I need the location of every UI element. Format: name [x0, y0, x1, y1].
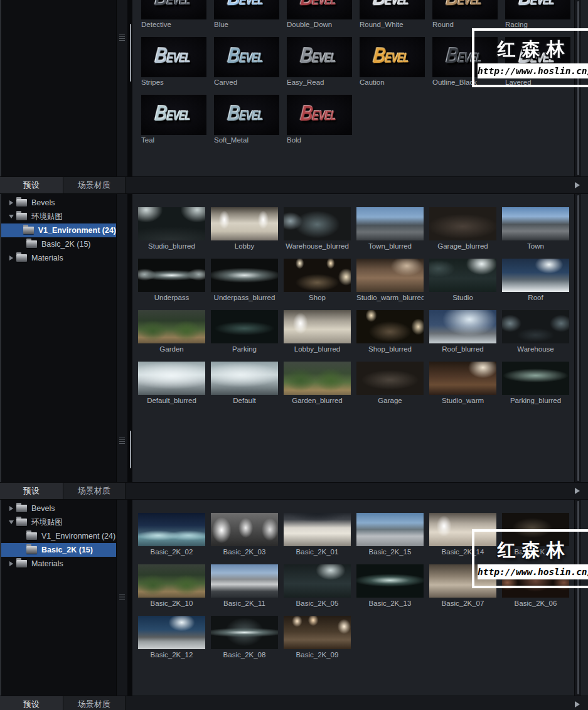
- tabbar-overflow-button[interactable]: [569, 483, 585, 499]
- asset-item-carved[interactable]: BEVELCarved: [214, 37, 279, 86]
- expand-down-arrow-icon[interactable]: [6, 520, 16, 524]
- asset-label: Garage: [356, 397, 424, 404]
- asset-label: Default_blurred: [138, 397, 205, 404]
- tree-scrollbar-track[interactable]: [127, 0, 132, 176]
- asset-browser-window: BEVELDetectiveBEVELBlueBEVELDouble_DownB…: [0, 0, 588, 710]
- asset-item-lobby[interactable]: Lobby: [211, 207, 278, 250]
- asset-item-town[interactable]: Town: [502, 207, 569, 250]
- asset-item-easy-read[interactable]: BEVELEasy_Read: [287, 37, 352, 86]
- asset-item-roof-blurred[interactable]: Roof_blurred: [429, 310, 496, 353]
- tabbar-overflow-button[interactable]: [569, 696, 585, 710]
- asset-item-garage[interactable]: Garage: [356, 362, 424, 404]
- asset-thumbnail: [284, 616, 351, 649]
- asset-item-basic-2k-03[interactable]: Basic_2K_03: [211, 513, 278, 556]
- asset-item-basic-2k-10[interactable]: Basic_2K_10: [138, 564, 205, 607]
- asset-item-basic-2k-13[interactable]: Basic_2K_13: [356, 564, 424, 607]
- asset-item-detective[interactable]: BEVELDetective: [141, 0, 206, 28]
- asset-item-roof[interactable]: Roof: [502, 259, 569, 301]
- asset-label: Underpass_blurred: [211, 294, 278, 301]
- asset-item-garage-blurred[interactable]: Garage_blurred: [429, 207, 496, 250]
- splitter-grip-icon[interactable]: [119, 594, 125, 602]
- asset-item-studio-warm-blurred[interactable]: Studio_warm_blurred: [356, 259, 424, 301]
- tree-scrollbar-thumb[interactable]: [130, 431, 131, 468]
- grid-scrollbar-track[interactable]: [574, 194, 581, 482]
- tab-scene-materials[interactable]: 场景材质: [63, 696, 126, 710]
- asset-item-garden[interactable]: Garden: [138, 310, 205, 353]
- asset-item-basic-2k-01[interactable]: Basic_2K_01: [284, 513, 351, 556]
- tree-scrollbar-thumb[interactable]: [130, 24, 131, 82]
- asset-item-caution[interactable]: BEVELCaution: [360, 37, 425, 86]
- tree-item-环境贴图[interactable]: 环境贴图: [1, 210, 116, 223]
- panel-splitter[interactable]: [116, 194, 127, 482]
- asset-item-underpass[interactable]: Underpass: [138, 259, 205, 301]
- panel-tabbar: 预设 场景材质: [0, 482, 588, 500]
- tree-item-basic-2k-15[interactable]: Basic_2K (15): [1, 543, 116, 557]
- asset-item-basic-2k-02[interactable]: Basic_2K_02: [138, 513, 205, 556]
- asset-item-basic-2k-05[interactable]: Basic_2K_05: [284, 564, 351, 607]
- asset-thumbnail: [211, 362, 278, 395]
- asset-item-parking-blurred[interactable]: Parking_blurred: [502, 362, 569, 404]
- grid-scrollbar-thumb[interactable]: [577, 195, 579, 481]
- grid-scrollbar-thumb[interactable]: [577, 1, 579, 175]
- asset-item-soft-metal[interactable]: BEVELSoft_Metal: [214, 95, 279, 144]
- expand-right-arrow-icon[interactable]: [6, 506, 16, 511]
- expand-down-arrow-icon[interactable]: [6, 215, 16, 218]
- bevel-preview-text: BEVEL: [287, 37, 350, 77]
- tree-item-basic-2k-15[interactable]: Basic_2K (15): [1, 237, 116, 251]
- asset-item-studio-blurred[interactable]: Studio_blurred: [138, 207, 205, 250]
- asset-item-racing[interactable]: BEVELRacing: [505, 0, 570, 28]
- asset-item-lobby-blurred[interactable]: Lobby_blurred: [284, 310, 351, 353]
- asset-thumbnail: BEVEL: [287, 95, 352, 135]
- tree-scrollbar-track[interactable]: [127, 500, 132, 696]
- asset-item-default-blurred[interactable]: Default_blurred: [138, 362, 205, 404]
- asset-item-shop-blurred[interactable]: Shop_blurred: [356, 310, 424, 353]
- asset-item-town-blurred[interactable]: Town_blurred: [356, 207, 424, 250]
- asset-item-basic-2k-12[interactable]: Basic_2K_12: [138, 616, 205, 659]
- bevel-preview-text: BEVEL: [287, 95, 350, 135]
- tab-presets[interactable]: 预设: [0, 177, 63, 193]
- tree-item-bevels[interactable]: Bevels: [1, 502, 116, 515]
- expand-right-arrow-icon[interactable]: [6, 200, 16, 205]
- asset-item-basic-2k-09[interactable]: Basic_2K_09: [284, 616, 351, 659]
- tree-item-materials[interactable]: Materials: [1, 251, 116, 265]
- asset-item-basic-2k-15[interactable]: Basic_2K_15: [356, 513, 424, 556]
- splitter-grip-icon[interactable]: [119, 35, 125, 43]
- asset-item-round[interactable]: BEVELRound: [432, 0, 498, 28]
- asset-item-double-down[interactable]: BEVELDouble_Down: [287, 0, 352, 28]
- tree-item-v1-environment-24[interactable]: V1_Environment (24): [1, 529, 116, 543]
- asset-item-studio[interactable]: Studio: [429, 259, 496, 301]
- asset-item-blue[interactable]: BEVELBlue: [214, 0, 279, 28]
- asset-item-basic-2k-08[interactable]: Basic_2K_08: [211, 616, 278, 659]
- tree-item-环境贴图[interactable]: 环境贴图: [1, 515, 116, 529]
- tree-item-bevels[interactable]: Bevels: [1, 196, 116, 210]
- tab-scene-materials[interactable]: 场景材质: [63, 483, 126, 499]
- asset-item-warehouse-blurred[interactable]: Warehouse_blurred: [284, 207, 351, 250]
- asset-label: Round_White: [360, 21, 425, 28]
- asset-item-warehouse[interactable]: Warehouse: [502, 310, 569, 353]
- asset-item-shop[interactable]: Shop: [284, 259, 351, 301]
- asset-item-stripes[interactable]: BEVELStripes: [141, 37, 206, 86]
- asset-item-garden-blurred[interactable]: Garden_blurred: [284, 362, 351, 404]
- panel-splitter[interactable]: [116, 0, 127, 176]
- asset-item-bold[interactable]: BEVELBold: [287, 95, 352, 144]
- tree-scrollbar-track[interactable]: [127, 194, 132, 482]
- asset-item-default[interactable]: Default: [211, 362, 278, 404]
- asset-item-underpass-blurred[interactable]: Underpass_blurred: [211, 259, 278, 301]
- splitter-grip-icon[interactable]: [119, 438, 125, 446]
- asset-item-round-white[interactable]: BEVELRound_White: [360, 0, 425, 28]
- asset-item-parking[interactable]: Parking: [211, 310, 278, 353]
- asset-item-teal[interactable]: BEVELTeal: [141, 95, 206, 144]
- asset-thumbnail: [138, 362, 205, 395]
- tree-item-v1-environment-24[interactable]: V1_Environment (24): [1, 223, 116, 237]
- tab-scene-materials[interactable]: 场景材质: [63, 177, 126, 193]
- expand-right-arrow-icon[interactable]: [6, 561, 16, 566]
- asset-item-basic-2k-11[interactable]: Basic_2K_11: [211, 564, 278, 607]
- asset-item-studio-warm[interactable]: Studio_warm: [429, 362, 496, 404]
- grid-scrollbar-track[interactable]: [574, 0, 581, 176]
- tab-presets[interactable]: 预设: [0, 696, 63, 710]
- expand-right-arrow-icon[interactable]: [6, 255, 16, 261]
- panel-splitter[interactable]: [116, 500, 127, 696]
- tab-presets[interactable]: 预设: [0, 483, 63, 499]
- tabbar-overflow-button[interactable]: [569, 177, 585, 193]
- tree-item-materials[interactable]: Materials: [1, 557, 116, 571]
